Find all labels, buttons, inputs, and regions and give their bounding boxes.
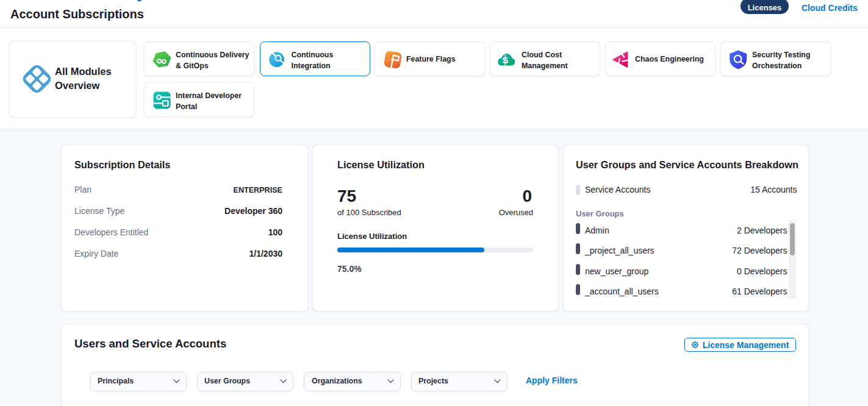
svg-text:S: S: [502, 55, 508, 65]
